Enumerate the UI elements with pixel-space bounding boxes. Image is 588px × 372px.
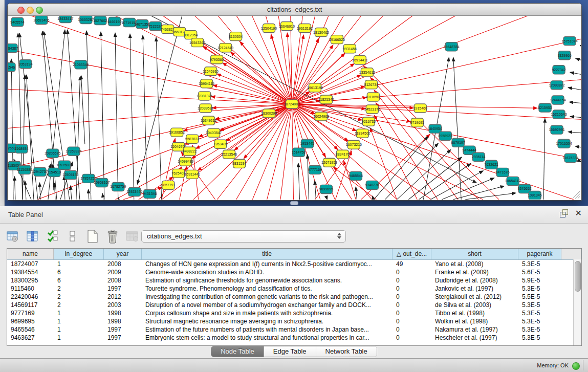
table-row[interactable]: 1456911722003Disruption of a novel membe…: [7, 301, 581, 309]
graph-node[interactable]: 12504190: [261, 24, 277, 33]
graph-node[interactable]: 16782759: [110, 182, 126, 191]
graph-node[interactable]: 9431346: [143, 189, 157, 198]
graph-node[interactable]: 14523176: [364, 105, 380, 114]
graph-node[interactable]: 17359924: [66, 147, 81, 156]
graph-node[interactable]: 9831534: [232, 159, 246, 168]
graph-node[interactable]: 16349212: [201, 116, 216, 125]
graph-node[interactable]: 17016504: [556, 139, 572, 148]
graph-node[interactable]: 16073215: [346, 140, 362, 149]
graph-node[interactable]: 10975887: [56, 161, 72, 169]
graph-node[interactable]: 16024963: [313, 112, 329, 121]
table-row[interactable]: 1872400712008Changes of HCN gene express…: [7, 260, 581, 268]
graph-node[interactable]: 12942757: [32, 167, 48, 176]
graph-node[interactable]: 14671358: [134, 20, 150, 29]
clear-row-selection-icon[interactable]: [65, 229, 80, 244]
graph-node[interactable]: 9405574: [10, 18, 24, 27]
float-panel-icon[interactable]: [560, 209, 568, 217]
column-header-name[interactable]: name: [7, 249, 54, 259]
graph-node[interactable]: 7263405: [213, 140, 227, 148]
network-canvas[interactable]: 9405574206914061843341710653287152760264…: [8, 16, 581, 200]
table-row[interactable]: 969969511998Structural magnetic resonanc…: [7, 317, 581, 325]
graph-node[interactable]: 9216735: [362, 117, 376, 126]
graph-node[interactable]: 9227342: [552, 65, 565, 74]
graph-node[interactable]: 2053194: [18, 60, 32, 69]
graph-node[interactable]: 12671953: [321, 158, 337, 167]
graph-node[interactable]: 1568934: [14, 144, 28, 153]
graph-node[interactable]: 6679197: [451, 138, 465, 147]
graph-node[interactable]: 7625402: [171, 169, 185, 178]
graph-node[interactable]: 16543362: [189, 38, 205, 47]
graph-node[interactable]: 9719695: [410, 118, 424, 127]
graph-hub-node[interactable]: 18724007: [284, 100, 300, 108]
graph-node[interactable]: 16911441: [184, 170, 200, 179]
graph-node[interactable]: 18300295: [261, 109, 277, 118]
panel-resize-handle[interactable]: [290, 201, 298, 205]
column-header-out_de[interactable]: △ out_de...: [393, 249, 431, 259]
column-header-short[interactable]: short: [431, 249, 518, 259]
graph-node[interactable]: 19613195: [307, 83, 323, 92]
graph-node[interactable]: 8126734: [364, 80, 378, 89]
graph-node[interactable]: 16646910: [279, 22, 295, 31]
graph-node[interactable]: 6466160: [107, 17, 121, 26]
table-select-dropdown[interactable]: citations_edges.txt: [141, 230, 346, 243]
graph-node[interactable]: 8958923: [439, 132, 452, 140]
graph-node[interactable]: 15692991: [549, 125, 564, 134]
graph-node[interactable]: 5587833: [185, 135, 199, 143]
graph-node[interactable]: 20206576: [45, 149, 60, 158]
graph-node[interactable]: 1527602: [93, 16, 107, 25]
scrollbar-thumb[interactable]: [575, 261, 581, 292]
graph-node[interactable]: 19166525: [329, 35, 345, 44]
graph-node[interactable]: 15751074: [561, 37, 577, 46]
graph-node[interactable]: 9348276: [365, 181, 379, 189]
graph-node[interactable]: 12124549: [217, 43, 233, 52]
tab-network-table[interactable]: Network Table: [316, 346, 377, 357]
graph-node[interactable]: 18433417: [57, 16, 73, 23]
graph-node[interactable]: 12505135: [62, 170, 78, 179]
graph-node[interactable]: 1184387: [8, 44, 18, 53]
graph-node[interactable]: 10654112: [505, 177, 521, 185]
graph-node[interactable]: 9329966: [557, 51, 571, 60]
tab-edge-table[interactable]: Edge Table: [264, 346, 316, 357]
column-header-in_degree[interactable]: in_degree: [54, 249, 104, 259]
graph-node[interactable]: 19613192: [297, 24, 313, 33]
graph-node[interactable]: 16210643: [551, 110, 567, 119]
graph-node[interactable]: 11675334: [563, 154, 579, 162]
graph-node[interactable]: 9795360: [210, 55, 224, 64]
graph-node[interactable]: 10958167: [94, 178, 110, 187]
graph-node[interactable]: 12039581: [198, 104, 213, 113]
graph-node[interactable]: 12923446: [126, 187, 142, 196]
graph-node[interactable]: 10653287: [78, 16, 94, 24]
graph-node[interactable]: 19166852: [169, 128, 185, 137]
graph-node[interactable]: 14099489: [178, 157, 193, 166]
graph-node[interactable]: 7632621: [485, 160, 498, 169]
graph-node[interactable]: 4498222: [183, 147, 197, 156]
table-row[interactable]: 946362711997Embryonic stem cells: a mode…: [7, 334, 581, 342]
graph-node[interactable]: 11834502: [355, 129, 371, 138]
graph-node[interactable]: 9465546: [349, 171, 363, 180]
graph-node[interactable]: 8130304: [229, 32, 243, 41]
graph-node[interactable]: 8834170: [336, 150, 350, 159]
graph-node[interactable]: 12444154: [550, 96, 565, 104]
table-vertical-scrollbar[interactable]: [573, 259, 581, 345]
delete-column-icon[interactable]: [105, 229, 120, 244]
graph-node[interactable]: 16914411: [352, 56, 368, 64]
network-canvas-area[interactable]: 9405574206914061843341710653287152760264…: [8, 16, 581, 200]
graph-node[interactable]: 11156889: [17, 165, 32, 174]
graph-node[interactable]: 1091345: [528, 191, 541, 200]
graph-node[interactable]: 8215953: [538, 103, 552, 112]
window-titlebar[interactable]: citations_edges.txt: [8, 4, 581, 16]
table-row[interactable]: 2242004622012Investigating the contribut…: [7, 293, 581, 301]
graph-node[interactable]: 911546: [8, 63, 15, 72]
column-header-year[interactable]: year: [104, 249, 142, 259]
tab-node-table[interactable]: Node Table: [211, 346, 264, 357]
graph-node[interactable]: 8471676: [496, 168, 510, 177]
graph-node[interactable]: 20691406: [33, 16, 49, 25]
graph-node[interactable]: 10403847: [206, 128, 222, 137]
graph-node[interactable]: 13354612: [359, 68, 375, 77]
new-table-icon[interactable]: [85, 229, 100, 244]
delete-table-icon[interactable]: [125, 229, 140, 244]
table-row[interactable]: 1938455462009Genome-wide association stu…: [7, 268, 581, 276]
graph-node[interactable]: 1514758: [292, 148, 306, 157]
graph-node[interactable]: 11825340: [318, 95, 334, 104]
graph-node[interactable]: 18130462: [313, 28, 329, 37]
